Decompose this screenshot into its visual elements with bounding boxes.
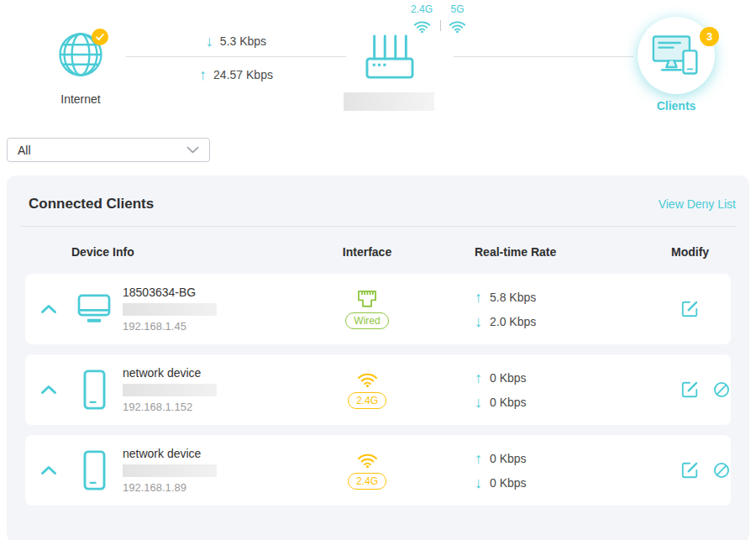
- expand-row-chevron-up-icon[interactable]: [40, 304, 57, 314]
- interface-badge: Wired: [345, 312, 388, 329]
- clients-button[interactable]: 3: [638, 17, 715, 94]
- header-device-info: Device Info: [25, 245, 308, 259]
- wifi-5g-icon: [449, 19, 466, 34]
- filter-selected-value: All: [18, 144, 31, 157]
- upload-rate-value: 0 Kbps: [490, 371, 527, 385]
- panel-title: Connected Clients: [29, 196, 154, 212]
- edit-client-icon[interactable]: [680, 461, 699, 480]
- wifi-icon: [357, 371, 378, 388]
- check-icon: [95, 32, 105, 42]
- device-ip: 192.168.1.152: [123, 401, 308, 413]
- lan-link-line: [454, 56, 633, 57]
- globe-wrap: [56, 30, 105, 79]
- client-row: network device 192.168.1.152 2.4G ↑ 0 Kb…: [25, 354, 731, 425]
- wifi-2g-icon: [413, 19, 431, 34]
- device-mac-redacted: [123, 464, 217, 477]
- device-name: network device: [123, 447, 308, 460]
- wan-upload-value: 24.57 Kbps: [213, 68, 273, 81]
- edit-client-icon[interactable]: [680, 380, 699, 399]
- device-ip: 192.168.1.45: [123, 320, 308, 333]
- ethernet-icon: [356, 290, 378, 308]
- header-interface: Interface: [308, 245, 426, 259]
- download-rate-value: 0 Kbps: [490, 396, 527, 409]
- clients-count-badge: 3: [700, 27, 719, 46]
- client-filter-dropdown[interactable]: All: [7, 138, 210, 162]
- internet-node[interactable]: Internet: [47, 30, 114, 106]
- block-client-icon[interactable]: [712, 461, 731, 480]
- clients-label: Clients: [637, 99, 716, 113]
- interface-badge: 2.4G: [348, 392, 386, 409]
- wan-link-line: [126, 56, 346, 57]
- upload-rate-value: 0 Kbps: [490, 452, 527, 465]
- upload-rate-value: 5.8 Kbps: [490, 291, 536, 304]
- band-separator: [440, 20, 441, 31]
- wan-download-value: 5.3 Kbps: [220, 34, 266, 48]
- upload-rate: ↑ 0 Kbps: [475, 370, 611, 385]
- smartphone-icon: [83, 450, 106, 490]
- upload-rate: ↑ 0 Kbps: [475, 451, 611, 466]
- device-mac-redacted: [123, 384, 217, 396]
- block-client-icon[interactable]: [712, 380, 731, 399]
- upload-arrow-icon: ↑: [475, 370, 482, 385]
- panel-head: Connected Clients View Deny List: [7, 176, 749, 226]
- download-arrow-icon: ↓: [206, 34, 213, 49]
- smartphone-icon: [83, 370, 106, 410]
- view-deny-list-link[interactable]: View Deny List: [659, 197, 736, 211]
- connected-clients-panel: Connected Clients View Deny List Device …: [7, 176, 749, 540]
- download-arrow-icon: ↓: [475, 314, 482, 329]
- device-ip: 192.168.1.89: [123, 481, 308, 494]
- wan-download-rate: ↓ 5.3 Kbps: [126, 34, 346, 49]
- download-rate-value: 0 Kbps: [490, 476, 527, 490]
- network-topology: Internet ↓ 5.3 Kbps ↑ 24.57 Kbps 2: [0, 0, 756, 126]
- device-name: 18503634-BG: [123, 286, 308, 299]
- upload-rate: ↑ 5.8 Kbps: [475, 290, 611, 305]
- upload-arrow-icon: ↑: [199, 67, 207, 82]
- clients-devices-icon: [652, 34, 701, 77]
- internet-status-check-badge: [92, 29, 108, 45]
- header-realtime-rate: Real-time Rate: [426, 245, 611, 259]
- table-header-row: Device Info Interface Real-time Rate Mod…: [25, 227, 731, 274]
- header-modify: Modify: [611, 245, 731, 259]
- chevron-down-icon: [186, 146, 199, 154]
- band-5g: 5G: [449, 3, 466, 34]
- device-name: network device: [123, 366, 308, 380]
- router-name-redacted: [344, 92, 434, 111]
- upload-arrow-icon: ↑: [475, 451, 482, 466]
- interface-badge: 2.4G: [348, 473, 386, 490]
- edit-client-icon[interactable]: [680, 300, 699, 318]
- expand-row-chevron-up-icon[interactable]: [40, 465, 57, 475]
- client-row: 18503634-BG 192.168.1.45 Wired ↑ 5.8 Kbp…: [25, 274, 731, 344]
- download-arrow-icon: ↓: [475, 475, 482, 490]
- clients-node: 3 Clients: [637, 17, 716, 113]
- desktop-icon: [77, 294, 111, 324]
- internet-label: Internet: [47, 92, 114, 106]
- download-rate-value: 2.0 Kbps: [490, 315, 536, 328]
- band-2g: 2.4G: [411, 3, 433, 34]
- band-2g-label: 2.4G: [411, 3, 433, 15]
- upload-arrow-icon: ↑: [475, 290, 482, 305]
- download-arrow-icon: ↓: [475, 395, 482, 410]
- client-row: network device 192.168.1.89 2.4G ↑ 0 Kbp…: [25, 435, 731, 506]
- router-bands: 2.4G 5G: [411, 3, 466, 34]
- device-mac-redacted: [123, 303, 217, 316]
- band-5g-label: 5G: [451, 3, 465, 15]
- download-rate: ↓ 0 Kbps: [475, 475, 611, 490]
- download-rate: ↓ 0 Kbps: [475, 395, 611, 410]
- wan-upload-rate: ↑ 24.57 Kbps: [126, 67, 346, 82]
- router-node[interactable]: [364, 34, 416, 81]
- expand-row-chevron-up-icon[interactable]: [40, 385, 57, 395]
- download-rate: ↓ 2.0 Kbps: [475, 314, 611, 329]
- wifi-icon: [357, 452, 378, 469]
- router-icon: [364, 34, 416, 81]
